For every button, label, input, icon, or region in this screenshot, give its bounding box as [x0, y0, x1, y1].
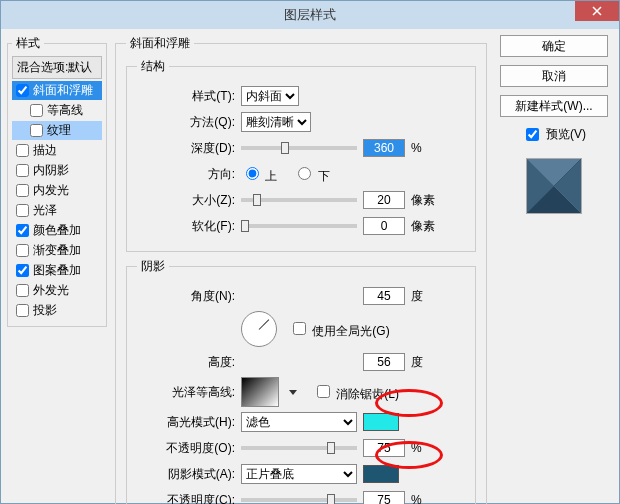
shadow-color-swatch[interactable] — [363, 465, 399, 483]
style-inner-shadow-label: 内阴影 — [33, 162, 69, 179]
method-row: 方法(Q): 雕刻清晰 — [137, 111, 465, 133]
size-input[interactable]: 20 — [363, 191, 405, 209]
direction-label: 方向: — [137, 166, 235, 183]
style-gradient-overlay-check[interactable] — [16, 244, 29, 257]
style-gradient-overlay[interactable]: 渐变叠加 — [12, 241, 102, 260]
style-stroke-check[interactable] — [16, 144, 29, 157]
style-drop-shadow[interactable]: 投影 — [12, 301, 102, 320]
gloss-contour-picker[interactable] — [241, 377, 279, 407]
style-inner-glow-check[interactable] — [16, 184, 29, 197]
depth-row: 深度(D): 360 % — [137, 137, 465, 159]
preview-swatch — [526, 158, 582, 214]
style-select[interactable]: 内斜面 — [241, 86, 299, 106]
style-inner-shadow[interactable]: 内阴影 — [12, 161, 102, 180]
depth-label: 深度(D): — [137, 140, 235, 157]
style-color-overlay-label: 颜色叠加 — [33, 222, 81, 239]
highlight-opacity-row: 不透明度(O): 75 % — [137, 437, 465, 459]
style-inner-glow[interactable]: 内发光 — [12, 181, 102, 200]
new-style-button[interactable]: 新建样式(W)... — [500, 95, 608, 117]
depth-slider[interactable] — [241, 146, 357, 150]
style-contour-check[interactable] — [30, 104, 43, 117]
style-pattern-overlay[interactable]: 图案叠加 — [12, 261, 102, 280]
close-button[interactable] — [575, 1, 619, 21]
style-pattern-overlay-check[interactable] — [16, 264, 29, 277]
style-label: 样式(T): — [137, 88, 235, 105]
direction-up-radio[interactable] — [246, 167, 259, 180]
close-icon — [592, 6, 602, 16]
style-stroke[interactable]: 描边 — [12, 141, 102, 160]
bevel-legend: 斜面和浮雕 — [126, 35, 194, 52]
style-gradient-overlay-label: 渐变叠加 — [33, 242, 81, 259]
style-inner-glow-label: 内发光 — [33, 182, 69, 199]
style-color-overlay[interactable]: 颜色叠加 — [12, 221, 102, 240]
global-light-row: 使用全局光(G) — [137, 311, 465, 347]
chevron-down-icon[interactable] — [289, 390, 297, 395]
antialias-check[interactable] — [317, 385, 330, 398]
altitude-label: 高度: — [137, 354, 235, 371]
preview-check[interactable] — [526, 128, 539, 141]
method-select[interactable]: 雕刻清晰 — [241, 112, 311, 132]
style-contour-label: 等高线 — [47, 102, 83, 119]
style-contour[interactable]: 等高线 — [12, 101, 102, 120]
direction-up[interactable]: 上 — [241, 164, 277, 185]
style-bevel[interactable]: 斜面和浮雕 — [12, 81, 102, 100]
direction-row: 方向: 上 下 — [137, 163, 465, 185]
style-row: 样式(T): 内斜面 — [137, 85, 465, 107]
shadow-opacity-slider[interactable] — [241, 498, 357, 502]
shadow-opacity-input[interactable]: 75 — [363, 491, 405, 504]
style-bevel-check[interactable] — [16, 84, 29, 97]
cancel-button[interactable]: 取消 — [500, 65, 608, 87]
shadow-opacity-row: 不透明度(C): 75 % — [137, 489, 465, 504]
shadow-opacity-unit: % — [411, 493, 441, 504]
style-outer-glow-check[interactable] — [16, 284, 29, 297]
blend-options-row[interactable]: 混合选项:默认 — [12, 56, 102, 79]
style-texture-check[interactable] — [30, 124, 43, 137]
window-title: 图层样式 — [1, 6, 619, 24]
gloss-label: 光泽等高线: — [137, 384, 235, 401]
style-drop-shadow-check[interactable] — [16, 304, 29, 317]
style-satin[interactable]: 光泽 — [12, 201, 102, 220]
antialias[interactable]: 消除锯齿(L) — [313, 382, 399, 403]
depth-unit: % — [411, 141, 441, 155]
style-outer-glow[interactable]: 外发光 — [12, 281, 102, 300]
style-color-overlay-check[interactable] — [16, 224, 29, 237]
highlight-opacity-slider[interactable] — [241, 446, 357, 450]
shadow-mode-select[interactable]: 正片叠底 — [241, 464, 357, 484]
highlight-opacity-label: 不透明度(O): — [137, 440, 235, 457]
direction-down-radio[interactable] — [298, 167, 311, 180]
size-slider[interactable] — [241, 198, 357, 202]
global-light-check[interactable] — [293, 322, 306, 335]
angle-dial[interactable] — [241, 311, 277, 347]
shading-legend: 阴影 — [137, 258, 169, 275]
ok-button[interactable]: 确定 — [500, 35, 608, 57]
preview-toggle[interactable]: 预览(V) — [522, 125, 586, 144]
method-label: 方法(Q): — [137, 114, 235, 131]
style-texture-label: 纹理 — [47, 122, 71, 139]
titlebar: 图层样式 — [1, 1, 619, 29]
soften-input[interactable]: 0 — [363, 217, 405, 235]
highlight-opacity-unit: % — [411, 441, 441, 455]
direction-down[interactable]: 下 — [293, 164, 329, 185]
size-row: 大小(Z): 20 像素 — [137, 189, 465, 211]
highlight-color-swatch[interactable] — [363, 413, 399, 431]
angle-row: 角度(N): 45 度 — [137, 285, 465, 307]
soften-unit: 像素 — [411, 218, 441, 235]
highlight-mode-label: 高光模式(H): — [137, 414, 235, 431]
shadow-mode-label: 阴影模式(A): — [137, 466, 235, 483]
soften-row: 软化(F): 0 像素 — [137, 215, 465, 237]
shadow-mode-row: 阴影模式(A): 正片叠底 — [137, 463, 465, 485]
style-satin-check[interactable] — [16, 204, 29, 217]
soften-slider[interactable] — [241, 224, 357, 228]
highlight-mode-select[interactable]: 滤色 — [241, 412, 357, 432]
highlight-mode-row: 高光模式(H): 滤色 — [137, 411, 465, 433]
altitude-input[interactable]: 56 — [363, 353, 405, 371]
style-inner-shadow-check[interactable] — [16, 164, 29, 177]
global-light[interactable]: 使用全局光(G) — [289, 319, 390, 340]
settings-panel: 斜面和浮雕 结构 样式(T): 内斜面 方法(Q): 雕刻清晰 深度(D): 3… — [115, 35, 487, 504]
highlight-opacity-input[interactable]: 75 — [363, 439, 405, 457]
angle-input[interactable]: 45 — [363, 287, 405, 305]
styles-legend: 样式 — [12, 35, 44, 52]
style-texture[interactable]: 纹理 — [12, 121, 102, 140]
soften-label: 软化(F): — [137, 218, 235, 235]
depth-input[interactable]: 360 — [363, 139, 405, 157]
